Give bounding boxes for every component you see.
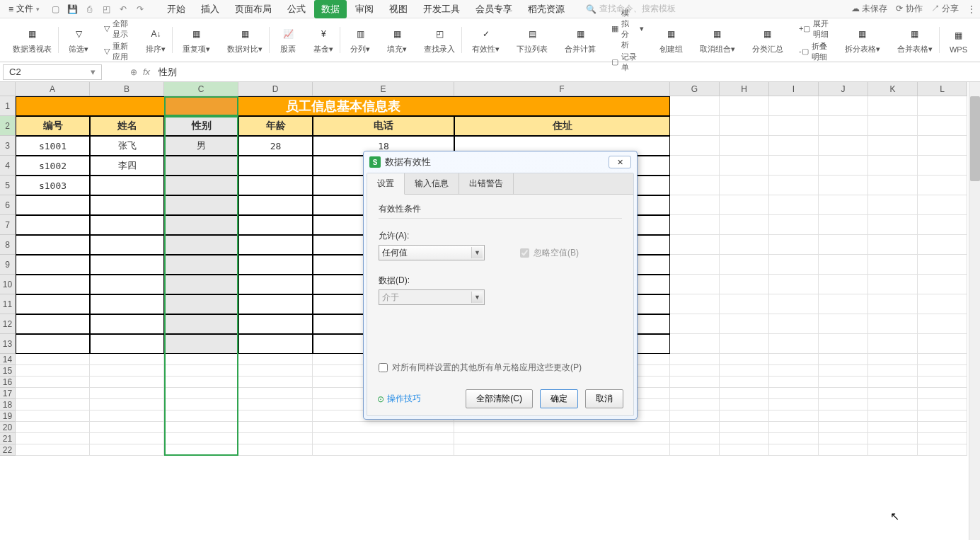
cell[interactable] <box>238 354 313 365</box>
cell[interactable] <box>16 444 90 456</box>
cell[interactable] <box>238 215 313 235</box>
cell[interactable] <box>720 116 769 136</box>
tab-开发工具[interactable]: 开发工具 <box>416 0 467 18</box>
cell[interactable] <box>918 377 967 388</box>
col-header-B[interactable]: B <box>90 82 164 96</box>
cell[interactable] <box>164 444 238 456</box>
cell[interactable] <box>238 235 313 255</box>
split-column-button[interactable]: ▥分列▾ <box>343 21 377 59</box>
cell[interactable] <box>238 176 313 195</box>
cell[interactable] <box>819 294 868 314</box>
cell[interactable] <box>918 294 967 314</box>
dialog-titlebar[interactable]: S 数据有效性 ✕ <box>364 151 637 173</box>
merge-table-button[interactable]: ▦合并表格▾ <box>890 21 940 59</box>
col-header-I[interactable]: I <box>769 82 819 96</box>
simulation-button[interactable]: ▦模拟分析▾ <box>611 8 643 50</box>
col-header-L[interactable]: L <box>918 82 967 96</box>
cell[interactable] <box>819 314 868 334</box>
stock-button[interactable]: 📈股票 <box>272 21 304 59</box>
cell[interactable] <box>670 116 720 136</box>
apply-all-checkbox[interactable]: 对所有同样设置的其他所有单元格应用这些更改(P) <box>379 362 622 374</box>
cell[interactable] <box>670 96 720 116</box>
cell[interactable] <box>670 275 720 294</box>
cell[interactable] <box>16 255 90 275</box>
cell[interactable] <box>90 235 164 255</box>
close-button[interactable]: ✕ <box>609 156 631 168</box>
row-header-2[interactable]: 2 <box>0 116 16 136</box>
cell[interactable] <box>918 399 967 410</box>
cell[interactable] <box>819 136 868 156</box>
cell[interactable] <box>90 410 164 422</box>
col-header-E[interactable]: E <box>313 82 454 96</box>
row-header-20[interactable]: 20 <box>0 422 16 433</box>
cell[interactable] <box>16 388 90 399</box>
cell[interactable] <box>90 354 164 365</box>
cell[interactable] <box>454 422 670 433</box>
cell[interactable] <box>238 275 313 294</box>
cell[interactable] <box>238 255 313 275</box>
cell[interactable] <box>720 377 769 388</box>
print-icon[interactable]: ⎙ <box>83 4 95 15</box>
cell[interactable] <box>164 334 238 354</box>
cell[interactable] <box>720 410 769 422</box>
cell[interactable] <box>918 235 967 255</box>
row-header-7[interactable]: 7 <box>0 215 16 235</box>
wps-button[interactable]: ▦WPS <box>942 21 974 59</box>
cell[interactable] <box>16 354 90 365</box>
cell[interactable]: 编号 <box>16 116 90 136</box>
cell[interactable] <box>164 354 238 365</box>
cell[interactable]: 电话 <box>313 116 454 136</box>
cell[interactable] <box>918 195 967 215</box>
cell[interactable] <box>769 365 819 377</box>
cell[interactable] <box>238 410 313 422</box>
cell[interactable] <box>918 444 967 456</box>
cell[interactable] <box>769 377 819 388</box>
cell[interactable] <box>90 176 164 195</box>
cell[interactable] <box>769 275 819 294</box>
validity-button[interactable]: ✓有效性▾ <box>465 21 507 59</box>
cell[interactable] <box>720 96 769 116</box>
cancel-button[interactable]: 取消 <box>585 389 623 408</box>
cell[interactable] <box>670 399 720 410</box>
cell[interactable] <box>16 410 90 422</box>
subtotal-button[interactable]: ▦分类汇总 <box>745 21 790 59</box>
cell[interactable] <box>868 235 918 255</box>
col-header-J[interactable]: J <box>819 82 868 96</box>
cell[interactable] <box>868 176 918 195</box>
fund-button[interactable]: ¥基金▾ <box>306 21 340 59</box>
row-header-4[interactable]: 4 <box>0 156 16 176</box>
cell[interactable]: s1003 <box>16 176 90 195</box>
consolidate-button[interactable]: ▦合并计算 <box>558 21 603 59</box>
cell[interactable] <box>868 275 918 294</box>
cell[interactable] <box>670 433 720 444</box>
tab-公式[interactable]: 公式 <box>280 0 313 18</box>
cell[interactable] <box>868 422 918 433</box>
cell[interactable] <box>720 215 769 235</box>
cell[interactable] <box>238 444 313 456</box>
cell[interactable] <box>819 275 868 294</box>
cell[interactable]: s1002 <box>16 156 90 176</box>
row-header-8[interactable]: 8 <box>0 235 16 255</box>
cell[interactable] <box>769 399 819 410</box>
cell[interactable] <box>90 255 164 275</box>
cell[interactable] <box>868 354 918 365</box>
cell[interactable] <box>918 116 967 136</box>
col-header-D[interactable]: D <box>238 82 313 96</box>
share-button[interactable]: ↗ 分享 <box>931 3 959 15</box>
cell[interactable] <box>918 255 967 275</box>
cell[interactable] <box>16 433 90 444</box>
cell[interactable] <box>819 354 868 365</box>
cell[interactable] <box>670 422 720 433</box>
cell[interactable] <box>868 433 918 444</box>
cell[interactable] <box>670 365 720 377</box>
cell[interactable] <box>16 365 90 377</box>
cell[interactable] <box>670 156 720 176</box>
sort-button[interactable]: A↓排序▾ <box>139 21 173 59</box>
row-header-3[interactable]: 3 <box>0 136 16 156</box>
cell[interactable] <box>918 215 967 235</box>
cell[interactable] <box>720 235 769 255</box>
cell[interactable] <box>720 399 769 410</box>
row-header-1[interactable]: 1 <box>0 96 16 116</box>
cell[interactable] <box>313 433 454 444</box>
cell[interactable] <box>868 410 918 422</box>
